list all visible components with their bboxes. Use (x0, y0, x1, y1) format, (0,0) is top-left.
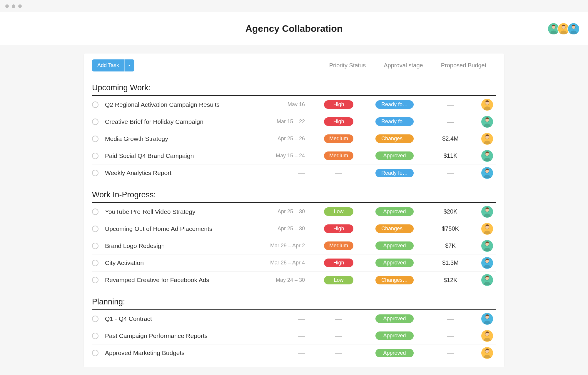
assignee-cell[interactable] (478, 274, 496, 286)
approval-cell[interactable]: Ready fo… (367, 169, 422, 177)
assignee-cell[interactable] (478, 313, 496, 325)
assignee-cell[interactable] (478, 116, 496, 128)
approval-pill: Ready fo… (375, 100, 414, 109)
budget-cell[interactable]: $11K (422, 152, 478, 159)
avatar[interactable] (481, 133, 493, 145)
approval-cell[interactable]: Ready fo… (367, 117, 422, 126)
assignee-cell[interactable] (478, 133, 496, 145)
budget-cell[interactable]: — (422, 349, 478, 357)
complete-checkbox[interactable] (92, 209, 98, 215)
budget-cell[interactable]: $12K (422, 277, 478, 284)
approval-cell[interactable]: Changes… (367, 224, 422, 233)
task-row[interactable]: Revamped Creative for Facebook AdsMay 24… (92, 271, 496, 289)
task-row[interactable]: Creative Brief for Holiday CampaignMar 1… (92, 113, 496, 130)
complete-checkbox[interactable] (92, 260, 98, 266)
avatar[interactable] (567, 23, 580, 35)
add-task-dropdown[interactable] (124, 59, 134, 71)
assignee-cell[interactable] (478, 240, 496, 252)
priority-pill: Low (324, 207, 353, 216)
assignee-cell[interactable] (478, 257, 496, 269)
avatar[interactable] (481, 167, 493, 179)
priority-pill: Medium (324, 241, 353, 250)
budget-cell[interactable]: — (422, 315, 478, 323)
priority-cell[interactable]: High (311, 259, 367, 267)
page-title: Agency Collaboration (245, 23, 343, 34)
budget-cell[interactable]: $1.3M (422, 259, 478, 266)
approval-cell[interactable]: Changes… (367, 134, 422, 143)
collaborator-avatars[interactable] (550, 23, 580, 35)
priority-cell[interactable]: Low (311, 276, 367, 284)
approval-cell[interactable]: Approved (367, 259, 422, 267)
task-row[interactable]: City ActivationMar 28 – Apr 4HighApprove… (92, 254, 496, 271)
avatar[interactable] (481, 206, 493, 218)
priority-cell[interactable]: High (311, 117, 367, 126)
complete-checkbox[interactable] (92, 333, 98, 339)
assignee-cell[interactable] (478, 347, 496, 359)
priority-cell[interactable]: — (311, 349, 367, 357)
approval-cell[interactable]: Approved (367, 331, 422, 340)
priority-cell[interactable]: Medium (311, 134, 367, 143)
assignee-cell[interactable] (478, 99, 496, 111)
complete-checkbox[interactable] (92, 226, 98, 232)
priority-cell[interactable]: Medium (311, 151, 367, 160)
approval-cell[interactable]: Approved (367, 207, 422, 216)
budget-cell[interactable]: $20K (422, 208, 478, 215)
assignee-cell[interactable] (478, 206, 496, 218)
budget-cell[interactable]: — (422, 118, 478, 126)
complete-checkbox[interactable] (92, 277, 98, 283)
budget-cell[interactable]: — (422, 332, 478, 340)
task-row[interactable]: Brand Logo RedesignMar 29 – Apr 2MediumA… (92, 237, 496, 254)
approval-cell[interactable]: Approved (367, 314, 422, 323)
priority-cell[interactable]: — (311, 169, 367, 177)
complete-checkbox[interactable] (92, 170, 98, 176)
assignee-cell[interactable] (478, 150, 496, 162)
avatar[interactable] (481, 330, 493, 342)
priority-cell[interactable]: Medium (311, 241, 367, 250)
approval-pill: Ready fo… (375, 169, 414, 177)
task-row[interactable]: Approved Marketing Budgets——Approved— (92, 344, 496, 361)
assignee-cell[interactable] (478, 330, 496, 342)
approval-cell[interactable]: Ready fo… (367, 100, 422, 109)
budget-cell[interactable]: — (422, 101, 478, 109)
task-row[interactable]: Paid Social Q4 Brand CampaignMay 15 – 24… (92, 147, 496, 164)
priority-cell[interactable]: — (311, 332, 367, 340)
complete-checkbox[interactable] (92, 153, 98, 159)
priority-cell[interactable]: — (311, 315, 367, 323)
add-task-button[interactable]: Add Task (92, 59, 124, 71)
approval-cell[interactable]: Approved (367, 349, 422, 357)
task-row[interactable]: Weekly Analytics Report——Ready fo…— (92, 164, 496, 181)
assignee-cell[interactable] (478, 223, 496, 235)
complete-checkbox[interactable] (92, 119, 98, 125)
budget-cell[interactable]: $7K (422, 242, 478, 249)
avatar[interactable] (481, 313, 493, 325)
task-row[interactable]: Q1 - Q4 Contract——Approved— (92, 310, 496, 327)
task-row[interactable]: Past Campaign Performance Reports——Appro… (92, 327, 496, 344)
task-row[interactable]: Q2 Regional Activation Campaign ResultsM… (92, 96, 496, 113)
avatar[interactable] (481, 116, 493, 128)
avatar[interactable] (481, 257, 493, 269)
budget-cell[interactable]: $2.4M (422, 135, 478, 142)
avatar[interactable] (481, 223, 493, 235)
avatar[interactable] (481, 99, 493, 111)
approval-cell[interactable]: Changes… (367, 276, 422, 284)
avatar[interactable] (481, 240, 493, 252)
complete-checkbox[interactable] (92, 101, 98, 108)
task-row[interactable]: Upcoming Out of Home Ad PlacementsApr 25… (92, 220, 496, 237)
assignee-cell[interactable] (478, 167, 496, 179)
complete-checkbox[interactable] (92, 136, 98, 142)
avatar[interactable] (481, 347, 493, 359)
task-row[interactable]: YouTube Pre-Roll Video StrategyApr 25 – … (92, 203, 496, 220)
complete-checkbox[interactable] (92, 243, 98, 249)
priority-cell[interactable]: Low (311, 207, 367, 216)
complete-checkbox[interactable] (92, 316, 98, 322)
budget-cell[interactable]: — (422, 169, 478, 177)
priority-cell[interactable]: High (311, 224, 367, 233)
complete-checkbox[interactable] (92, 350, 98, 356)
avatar[interactable] (481, 274, 493, 286)
approval-cell[interactable]: Approved (367, 241, 422, 250)
budget-cell[interactable]: $750K (422, 225, 478, 232)
task-row[interactable]: Media Growth StrategyApr 25 – 26MediumCh… (92, 130, 496, 147)
approval-cell[interactable]: Approved (367, 151, 422, 160)
priority-cell[interactable]: High (311, 100, 367, 109)
avatar[interactable] (481, 150, 493, 162)
